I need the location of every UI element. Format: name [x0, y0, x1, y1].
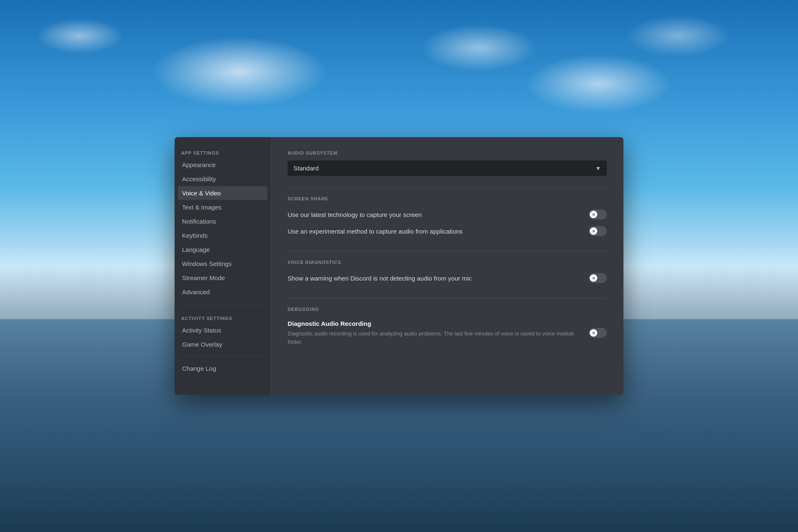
voice-diagnostics-label: VOICE DIAGNOSTICS [288, 260, 607, 265]
divider-3 [288, 298, 607, 298]
toggle-track-4[interactable]: ✕ [589, 328, 607, 338]
voice-diagnostics-toggle-row: Show a warning when Discord is not detec… [288, 270, 607, 286]
screen-share-toggle-2-text: Use an experimental method to capture au… [288, 228, 589, 235]
audio-subsystem-section: AUDIO SUBSYSTEM Standard Legacy Experime… [288, 150, 607, 176]
activity-settings-section-label: ACTIVITY SETTINGS [178, 309, 267, 323]
voice-diagnostics-toggle-text: Show a warning when Discord is not detec… [288, 275, 589, 282]
audio-subsystem-select[interactable]: Standard Legacy Experimental [288, 160, 607, 176]
toggle-x-icon-1: ✕ [590, 211, 597, 218]
audio-subsystem-label: AUDIO SUBSYSTEM [288, 150, 607, 155]
sidebar-item-accessibility[interactable]: Accessibility [178, 172, 267, 186]
sidebar-divider-2 [181, 356, 264, 357]
divider-2 [288, 251, 607, 251]
sidebar-item-activity-status[interactable]: Activity Status [178, 323, 267, 337]
toggle-x-icon-2: ✕ [590, 227, 597, 235]
toggle-track-1[interactable]: ✕ [589, 209, 607, 219]
toggle-x-icon-3: ✕ [590, 274, 597, 282]
screen-share-section: SCREEN SHARE Use our latest technology t… [288, 196, 607, 239]
debugging-description: Diagnostic audio recording is used for a… [288, 330, 580, 346]
debugging-toggle-row: Diagnostic Audio Recording Diagnostic au… [288, 317, 607, 349]
sidebar-divider-1 [181, 304, 264, 304]
debugging-title: Diagnostic Audio Recording [288, 320, 580, 327]
divider-1 [288, 187, 607, 188]
toggle-x-icon-4: ✕ [590, 329, 597, 337]
sidebar-item-advanced[interactable]: Advanced [178, 285, 267, 299]
sidebar-item-language[interactable]: Language [178, 243, 267, 256]
sidebar-item-change-log[interactable]: Change Log [178, 362, 267, 375]
toggle-track-2[interactable]: ✕ [589, 226, 607, 236]
debugging-section: DEBUGGING Diagnostic Audio Recording Dia… [288, 307, 607, 349]
screen-share-toggle-2[interactable]: ✕ [589, 226, 607, 236]
voice-diagnostics-toggle[interactable]: ✕ [589, 273, 607, 283]
debugging-label: DEBUGGING [288, 307, 607, 312]
sidebar-item-appearance[interactable]: Appearance [178, 158, 267, 172]
settings-content: AUDIO SUBSYSTEM Standard Legacy Experime… [271, 137, 623, 395]
sidebar-item-text-images[interactable]: Text & Images [178, 200, 267, 214]
toggle-track-3[interactable]: ✕ [589, 273, 607, 283]
audio-subsystem-dropdown-container: Standard Legacy Experimental ▼ [288, 160, 607, 176]
sidebar-item-keybinds[interactable]: Keybinds [178, 229, 267, 242]
app-settings-section-label: APP SETTINGS [178, 144, 267, 158]
screen-share-toggle-row-1: Use our latest technology to capture you… [288, 206, 607, 223]
sidebar-item-notifications[interactable]: Notifications [178, 214, 267, 228]
screen-share-toggle-1[interactable]: ✕ [589, 209, 607, 219]
sidebar-item-windows-settings[interactable]: Windows Settings [178, 257, 267, 271]
settings-sidebar: APP SETTINGS Appearance Accessibility Vo… [175, 137, 271, 395]
sidebar-item-streamer-mode[interactable]: Streamer Mode [178, 271, 267, 285]
screen-share-label: SCREEN SHARE [288, 196, 607, 201]
screen-share-toggle-row-2: Use an experimental method to capture au… [288, 223, 607, 239]
screen-share-toggle-1-text: Use our latest technology to capture you… [288, 211, 589, 218]
voice-diagnostics-section: VOICE DIAGNOSTICS Show a warning when Di… [288, 260, 607, 286]
sidebar-item-voice-video[interactable]: Voice & Video [178, 186, 267, 200]
sidebar-item-game-overlay[interactable]: Game Overlay [178, 337, 267, 351]
debugging-toggle[interactable]: ✕ [589, 328, 607, 338]
settings-modal: APP SETTINGS Appearance Accessibility Vo… [175, 137, 623, 395]
